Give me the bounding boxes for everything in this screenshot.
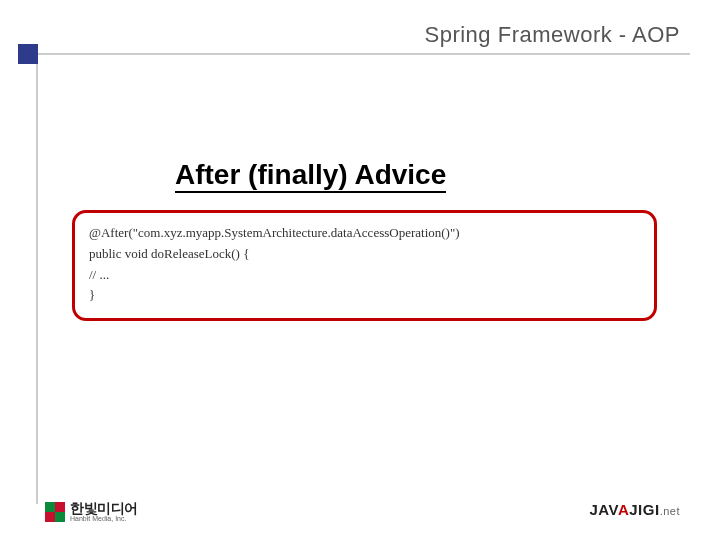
slide-title: After (finally) Advice — [175, 160, 446, 193]
hanbit-logo-icon — [45, 502, 65, 522]
corner-accent-block — [18, 44, 38, 64]
hanbit-logo-text: 한빛미디어 Hanbit Media, Inc. — [70, 501, 138, 522]
hanbit-name-en: Hanbit Media, Inc. — [70, 515, 138, 522]
code-example-box: @After("com.xyz.myapp.SystemArchitecture… — [72, 210, 657, 321]
code-line: @After("com.xyz.myapp.SystemArchitecture… — [89, 223, 640, 244]
footer-left-logo: 한빛미디어 Hanbit Media, Inc. — [45, 501, 138, 522]
header: Spring Framework - AOP — [0, 22, 720, 48]
javajigi-part4: .net — [660, 505, 680, 517]
code-line: // ... — [89, 265, 640, 286]
code-line: } — [89, 285, 640, 306]
header-divider — [28, 53, 690, 55]
javajigi-part1: JAV — [589, 501, 617, 518]
code-line: public void doReleaseLock() { — [89, 244, 640, 265]
hanbit-name-ko: 한빛미디어 — [70, 501, 138, 515]
javajigi-part3: JIGI — [629, 501, 659, 518]
footer-right-logo: JAVAJIGI.net — [589, 501, 680, 518]
page-header-title: Spring Framework - AOP — [0, 22, 720, 48]
side-divider — [36, 44, 38, 504]
javajigi-part2: A — [618, 501, 629, 518]
